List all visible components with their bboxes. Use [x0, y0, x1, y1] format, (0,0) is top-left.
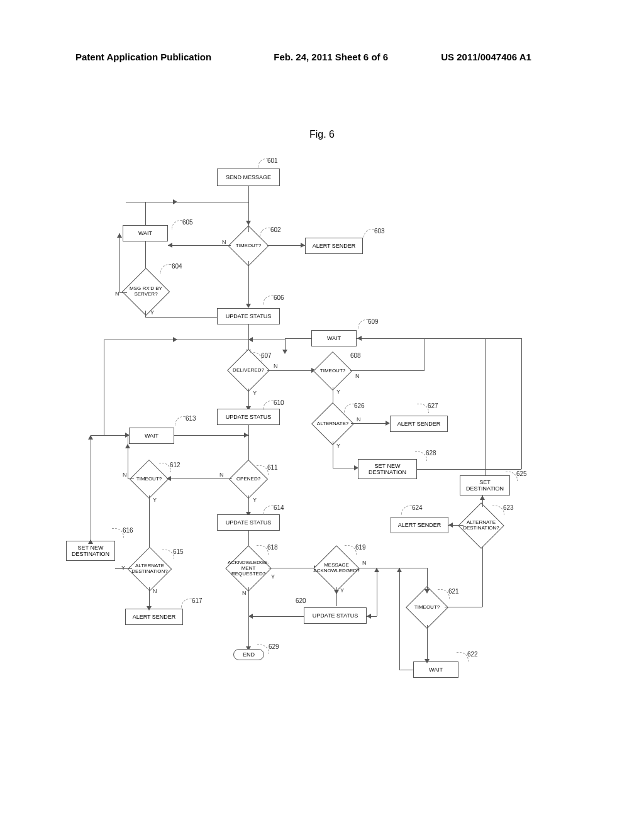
edge-608-N: N [355, 373, 360, 379]
edge-619-Y: Y [340, 587, 344, 594]
page-header: Patent Application Publication Feb. 24, … [0, 52, 644, 62]
ref-620: 620 [296, 597, 306, 604]
node-send-message: SEND MESSAGE [217, 169, 280, 186]
node-alert-617: ALERT SENDER [125, 609, 183, 625]
ref-616: 616 [123, 527, 133, 534]
edge-619-N: N [362, 560, 367, 566]
edge-604-Y: Y [150, 309, 154, 316]
ref-605: 605 [182, 219, 193, 226]
ref-610: 610 [274, 399, 284, 406]
ref-607: 607 [261, 352, 272, 359]
ref-604: 604 [172, 263, 182, 270]
node-update-606: UPDATE STATUS [217, 308, 280, 324]
edge-626-N: N [357, 416, 361, 423]
node-wait-605: WAIT [123, 225, 168, 241]
node-update-620: UPDATE STATUS [304, 607, 367, 624]
flowchart-canvas: SEND MESSAGE 601 WAIT 605 MSG RX'D BYSER… [60, 151, 588, 755]
edge-618-N: N [242, 590, 247, 596]
node-alert-627: ALERT SENDER [390, 416, 448, 432]
edge-611-Y: Y [253, 497, 257, 503]
ref-625: 625 [516, 470, 527, 477]
edge-612-N: N [123, 472, 127, 478]
ref-622: 622 [467, 651, 478, 658]
node-wait-622: WAIT [413, 661, 458, 678]
ref-621: 621 [448, 588, 459, 595]
node-set-dest-625: SETDESTINATION [460, 475, 510, 495]
ref-615: 615 [173, 548, 184, 555]
edge-615-Y: Y [121, 565, 125, 571]
ref-603: 603 [374, 228, 385, 235]
ref-619: 619 [355, 544, 366, 551]
edge-602-N: N [222, 239, 226, 245]
ref-624: 624 [412, 504, 423, 511]
ref-608: 608 [350, 352, 361, 359]
node-alert-603: ALERT SENDER [305, 238, 363, 254]
edge-612-Y: Y [153, 497, 157, 503]
node-wait-609: WAIT [311, 330, 357, 346]
header-left: Patent Application Publication [75, 52, 211, 62]
edge-618-Y: Y [271, 573, 275, 580]
ref-629: 629 [269, 643, 279, 650]
node-update-614: UPDATE STATUS [217, 514, 280, 531]
ref-611: 611 [267, 464, 278, 471]
figure-title: Fig. 6 [0, 129, 644, 140]
ref-618: 618 [267, 544, 278, 551]
ref-612: 612 [170, 462, 180, 468]
edge-608-Y: Y [336, 389, 340, 395]
header-mid: Feb. 24, 2011 Sheet 6 of 6 [274, 52, 388, 62]
ref-617: 617 [192, 597, 203, 604]
edge-626-Y: Y [336, 443, 340, 449]
ref-614: 614 [274, 504, 284, 511]
edge-604-N: N [115, 290, 119, 297]
node-update-610: UPDATE STATUS [217, 409, 280, 425]
node-wait-613: WAIT [129, 428, 174, 444]
edge-611-N: N [219, 472, 224, 478]
node-msg-rxd: MSG RX'D BYSERVER? [122, 268, 170, 316]
node-timeout-608: TIMEOUT? [313, 351, 352, 390]
edge-607-N: N [274, 363, 278, 369]
node-set-new-628: SET NEWDESTINATION [358, 459, 417, 479]
ref-627: 627 [428, 402, 438, 409]
ref-606: 606 [274, 294, 284, 301]
ref-602: 602 [270, 226, 281, 233]
edge-607-Y: Y [253, 390, 257, 396]
ref-623: 623 [503, 504, 514, 511]
ref-613: 613 [186, 415, 196, 422]
ref-628: 628 [426, 450, 436, 456]
header-right: US 2011/0047406 A1 [441, 52, 531, 62]
node-alert-624: ALERT SENDER [391, 517, 448, 533]
edge-615-N: N [153, 588, 157, 594]
